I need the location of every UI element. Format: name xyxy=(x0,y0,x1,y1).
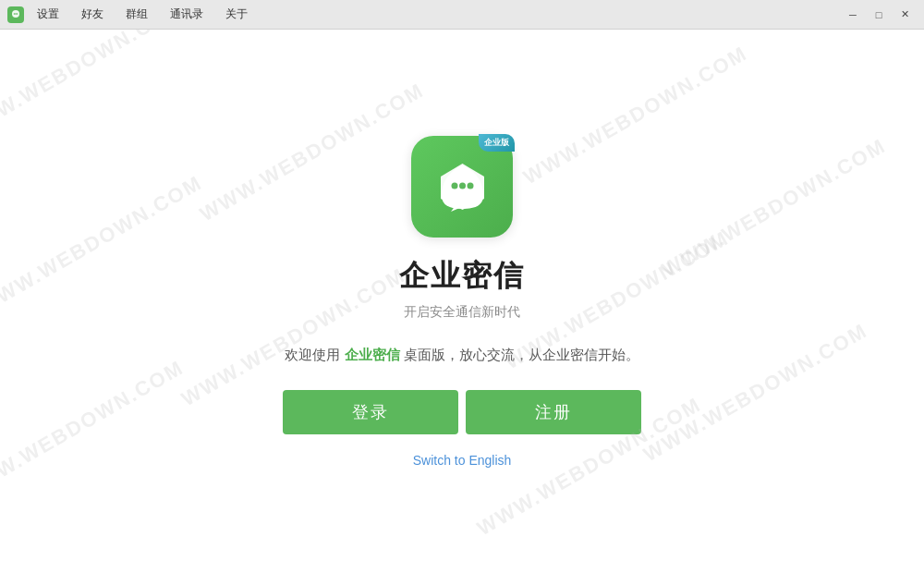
menu-item-about[interactable]: 关于 xyxy=(222,5,251,24)
minimize-button[interactable]: ─ xyxy=(841,6,865,24)
menu-item-contacts[interactable]: 通讯录 xyxy=(166,5,207,24)
main-content: WWW.WEBDOWN.COM WWW.WEBDOWN.COM WWW.WEBD… xyxy=(0,30,924,573)
close-button[interactable]: ✕ xyxy=(893,6,917,24)
svg-point-2 xyxy=(15,13,17,15)
enterprise-badge: 企业版 xyxy=(479,134,515,152)
svg-point-6 xyxy=(459,183,466,189)
svg-point-7 xyxy=(467,183,473,189)
watermark-text: WWW.WEBDOWN.COM xyxy=(196,79,429,226)
app-title: 企业密信 xyxy=(399,256,525,297)
watermark-text: WWW.WEBDOWN.COM xyxy=(0,356,188,504)
welcome-text: 欢迎使用 企业密信 桌面版，放心交流，从企业密信开始。 xyxy=(285,347,638,364)
welcome-prefix: 欢迎使用 xyxy=(285,347,344,362)
app-subtitle: 开启安全通信新时代 xyxy=(404,304,520,321)
menu-item-groups[interactable]: 群组 xyxy=(122,5,152,24)
app-logo-icon xyxy=(7,6,24,23)
app-icon-svg xyxy=(432,156,492,216)
watermark: WWW.WEBDOWN.COM WWW.WEBDOWN.COM WWW.WEBD… xyxy=(0,30,924,573)
svg-point-5 xyxy=(451,183,457,189)
svg-point-1 xyxy=(14,13,16,15)
action-buttons: 登录 注册 xyxy=(283,390,641,434)
watermark-text: WWW.WEBDOWN.COM xyxy=(639,319,872,467)
watermark-text: WWW.WEBDOWN.COM xyxy=(519,42,752,189)
register-button[interactable]: 注册 xyxy=(466,390,641,434)
watermark-text: WWW.WEBDOWN.COM xyxy=(0,30,188,143)
titlebar: 设置 好友 群组 通讯录 关于 ─ □ ✕ xyxy=(0,0,924,30)
window-controls: ─ □ ✕ xyxy=(841,6,917,24)
menu-bar: 设置 好友 群组 通讯录 关于 xyxy=(33,5,841,24)
app-icon-wrapper: 企业版 xyxy=(411,136,513,238)
switch-language-link[interactable]: Switch to English xyxy=(413,453,512,468)
menu-item-friends[interactable]: 好友 xyxy=(78,5,107,24)
login-button[interactable]: 登录 xyxy=(283,390,458,434)
svg-point-3 xyxy=(17,13,18,15)
watermark-text: WWW.WEBDOWN.COM xyxy=(658,134,891,282)
watermark-text: WWW.WEBDOWN.COM xyxy=(0,171,207,319)
welcome-suffix: 桌面版，放心交流，从企业密信开始。 xyxy=(400,347,639,362)
welcome-brand: 企业密信 xyxy=(345,347,400,362)
menu-item-settings[interactable]: 设置 xyxy=(33,5,63,24)
maximize-button[interactable]: □ xyxy=(867,6,891,24)
